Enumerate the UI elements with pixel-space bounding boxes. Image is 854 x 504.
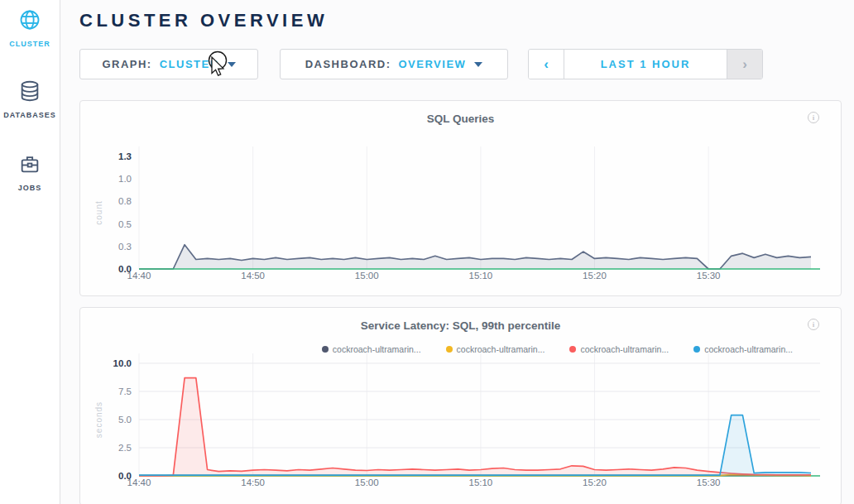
chevron-down-icon	[474, 62, 482, 67]
sidebar-item-databases[interactable]: DATABASES	[0, 79, 60, 119]
svg-text:0.3: 0.3	[118, 242, 132, 252]
timerange-next-button[interactable]: ›	[727, 50, 762, 79]
dashboard-dropdown[interactable]: DASHBOARD: OVERVIEW	[280, 49, 508, 79]
svg-text:15:00: 15:00	[355, 478, 379, 487]
svg-text:15:20: 15:20	[583, 478, 607, 487]
svg-text:5.0: 5.0	[118, 415, 132, 425]
svg-text:0.0: 0.0	[118, 264, 132, 274]
globe-icon	[18, 8, 41, 35]
svg-text:1.3: 1.3	[118, 151, 132, 161]
svg-text:15:10: 15:10	[468, 271, 492, 281]
briefcase-icon	[18, 152, 41, 179]
sidebar: CLUSTER DATABASES JOBS	[0, 0, 60, 504]
svg-text:15:30: 15:30	[697, 271, 721, 281]
sidebar-item-jobs[interactable]: JOBS	[0, 152, 60, 192]
svg-text:14:50: 14:50	[241, 478, 265, 487]
svg-text:14:50: 14:50	[241, 271, 265, 281]
svg-text:count: count	[94, 200, 103, 224]
graph-dropdown[interactable]: GRAPH: CLUSTER	[79, 49, 258, 79]
svg-text:10.0: 10.0	[113, 358, 132, 368]
svg-text:15:10: 15:10	[468, 478, 492, 487]
timerange-prev-button[interactable]: ‹	[529, 50, 564, 79]
svg-text:2.5: 2.5	[118, 443, 132, 453]
sidebar-item-cluster[interactable]: CLUSTER	[0, 8, 60, 48]
graph-dropdown-label: GRAPH:	[102, 58, 151, 70]
chevron-right-icon: ›	[742, 56, 747, 73]
svg-text:7.5: 7.5	[118, 386, 132, 396]
sql-queries-panel: SQL Queries i 14:4014:5015:0015:1015:201…	[79, 100, 842, 296]
sidebar-item-label: DATABASES	[3, 111, 56, 119]
svg-text:15:00: 15:00	[355, 271, 379, 281]
svg-text:0.0: 0.0	[118, 471, 132, 481]
timerange-selector: ‹ LAST 1 HOUR ›	[528, 49, 763, 79]
graph-dropdown-value: CLUSTER	[160, 58, 219, 70]
dashboard-dropdown-label: DASHBOARD:	[305, 58, 391, 70]
controls-bar: GRAPH: CLUSTER DASHBOARD: OVERVIEW ‹ LAS…	[79, 49, 763, 79]
sql-queries-chart[interactable]: 14:4014:5015:0015:1015:2015:300.00.30.50…	[80, 101, 842, 297]
svg-text:0.8: 0.8	[118, 196, 132, 206]
svg-text:15:20: 15:20	[583, 271, 607, 281]
sidebar-item-label: CLUSTER	[9, 40, 50, 48]
service-latency-chart[interactable]: 14:4014:5015:0015:1015:2015:300.02.55.07…	[80, 308, 842, 504]
main-content: CLUSTER OVERVIEW GRAPH: CLUSTER DASHBOAR…	[60, 0, 854, 504]
dashboard-dropdown-value: OVERVIEW	[399, 58, 467, 70]
svg-text:1.0: 1.0	[118, 174, 132, 184]
svg-text:15:30: 15:30	[697, 478, 721, 487]
chevron-left-icon: ‹	[544, 56, 549, 73]
chevron-down-icon	[228, 62, 236, 67]
timerange-value[interactable]: LAST 1 HOUR	[564, 50, 727, 79]
database-icon	[18, 79, 41, 106]
service-latency-panel: Service Latency: SQL, 99th percentile i …	[79, 307, 842, 504]
sidebar-item-label: JOBS	[18, 184, 42, 192]
page-title: CLUSTER OVERVIEW	[79, 10, 854, 31]
svg-text:0.5: 0.5	[118, 219, 132, 229]
svg-text:seconds: seconds	[94, 401, 103, 438]
